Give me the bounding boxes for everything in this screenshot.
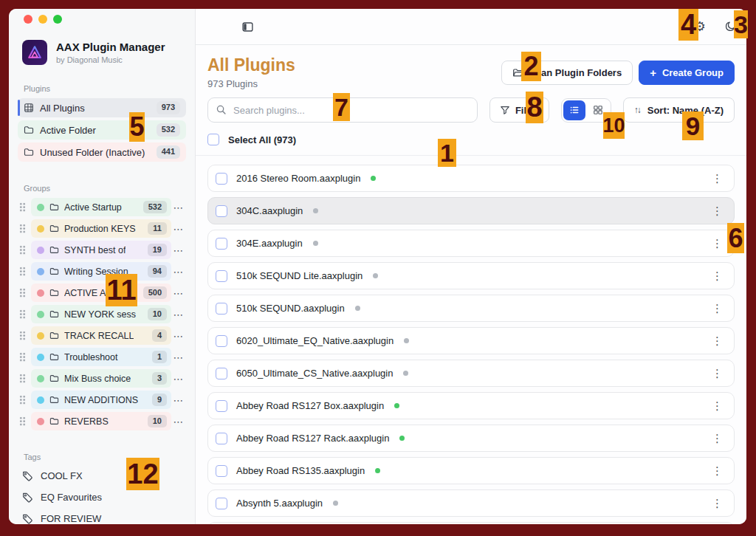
group-row-active-alter[interactable]: ACTIVE Alter 500 ⋯ (18, 284, 186, 302)
tag-item-eq-favourites[interactable]: EQ Favourites (22, 488, 186, 506)
plugin-row[interactable]: Absynth 5.aaxplugin ⋮ (207, 489, 735, 517)
plugin-row[interactable]: 2016 Stereo Room.aaxplugin ⋮ (207, 165, 735, 192)
kebab-menu-icon[interactable]: ⋮ (709, 335, 725, 346)
folder-icon (24, 125, 34, 135)
plugin-row[interactable]: 6050_Ultimate_CS_Native.aaxplugin ⋮ (207, 360, 735, 387)
more-options-icon[interactable]: ⋯ (171, 266, 186, 278)
tag-item-for-review[interactable]: FOR REVIEW (22, 509, 186, 524)
drag-handle-icon[interactable] (19, 245, 26, 255)
more-options-icon[interactable]: ⋯ (171, 309, 186, 320)
select-all-row: Select All (973) (196, 134, 746, 156)
sidebar-toggle-icon[interactable] (241, 21, 254, 33)
plugin-row[interactable]: 510k SEQUND.aaxplugin ⋮ (207, 295, 735, 322)
kebab-menu-icon[interactable]: ⋮ (709, 205, 725, 216)
drag-handle-icon[interactable] (19, 267, 26, 276)
row-checkbox[interactable] (216, 303, 227, 315)
row-checkbox[interactable] (216, 270, 227, 282)
plugin-row[interactable]: 510k SEQUND Lite.aaxplugin ⋮ (207, 262, 735, 289)
create-group-button[interactable]: + Create Group (639, 61, 735, 85)
group-row-production-keys[interactable]: Production KEYS 11 ⋯ (18, 219, 186, 238)
row-checkbox[interactable] (216, 335, 227, 347)
zoom-button[interactable] (53, 15, 62, 24)
sidebar-item-unused-folder[interactable]: Unused Folder (Inactive) 441 (18, 142, 186, 162)
close-button[interactable] (24, 15, 32, 24)
tag-item-cool-fx[interactable]: COOL FX (22, 467, 186, 484)
page-subtitle: 973 Plugins (207, 78, 295, 89)
plugin-row[interactable]: Acid V.aaxplugin ⋮ (207, 522, 735, 524)
plugin-row[interactable]: 6020_Ultimate_EQ_Native.aaxplugin ⋮ (207, 327, 735, 354)
list-view-button[interactable] (563, 100, 585, 120)
drag-handle-icon[interactable] (19, 202, 26, 212)
more-options-icon[interactable]: ⋯ (171, 351, 186, 363)
drag-handle-icon[interactable] (19, 352, 26, 362)
more-options-icon[interactable]: ⋯ (171, 223, 186, 235)
row-checkbox[interactable] (216, 400, 227, 412)
row-checkbox[interactable] (216, 368, 227, 379)
tag-icon (22, 492, 33, 503)
select-all-checkbox[interactable] (207, 134, 219, 145)
kebab-menu-icon[interactable]: ⋮ (709, 433, 725, 444)
more-options-icon[interactable]: ⋯ (171, 394, 186, 406)
more-options-icon[interactable]: ⋯ (171, 330, 186, 342)
kebab-menu-icon[interactable]: ⋮ (709, 173, 725, 184)
kebab-menu-icon[interactable]: ⋮ (709, 400, 725, 411)
plugin-row[interactable]: 304C.aaxplugin ⋮ (207, 197, 735, 224)
section-label-plugins: Plugins (24, 84, 186, 93)
more-options-icon[interactable]: ⋯ (171, 373, 186, 385)
minimize-button[interactable] (38, 15, 47, 24)
main-content: ⚙ All Plugins 973 Plugins Scan Plugin Fo… (196, 9, 746, 524)
annotation-badge-7: 7 (333, 93, 350, 121)
plugin-row[interactable]: Abbey Road RS127 Rack.aaxplugin ⋮ (207, 425, 735, 452)
annotation-badge-11: 11 (106, 274, 137, 306)
row-checkbox[interactable] (216, 205, 227, 217)
plugin-row[interactable]: Abbey Road RS135.aaxplugin ⋮ (207, 457, 735, 484)
folder-icon (49, 374, 59, 383)
more-options-icon[interactable]: ⋯ (171, 244, 186, 256)
sidebar-item-all-plugins[interactable]: All Plugins 973 (18, 98, 186, 117)
drag-handle-icon[interactable] (19, 374, 26, 383)
row-checkbox[interactable] (216, 238, 227, 250)
folder-icon (49, 288, 59, 298)
tag-label: EQ Favourites (41, 492, 102, 503)
annotation-badge-4: 4 (678, 9, 698, 41)
group-row-new-additions[interactable]: NEW ADDITIONS 9 ⋯ (18, 391, 186, 409)
folder-icon (49, 309, 59, 319)
more-options-icon[interactable]: ⋯ (171, 416, 186, 427)
drag-handle-icon[interactable] (19, 331, 26, 340)
row-checkbox[interactable] (216, 498, 227, 509)
kebab-menu-icon[interactable]: ⋮ (709, 270, 725, 281)
row-checkbox[interactable] (216, 465, 227, 477)
group-row-synth-best-of[interactable]: SYNTH best of 19 ⋯ (18, 241, 186, 259)
drag-handle-icon[interactable] (19, 288, 26, 298)
drag-handle-icon[interactable] (19, 395, 26, 405)
kebab-menu-icon[interactable]: ⋮ (709, 498, 725, 509)
group-row-mix-buss-choice[interactable]: Mix Buss choice 3 ⋯ (18, 369, 186, 388)
group-row-reverbs[interactable]: REVERBS 10 ⋯ (18, 412, 186, 430)
drag-handle-icon[interactable] (19, 309, 26, 319)
group-row-new-york-sess[interactable]: NEW YORK sess 10 ⋯ (18, 305, 186, 323)
kebab-menu-icon[interactable]: ⋮ (709, 368, 725, 379)
kebab-menu-icon[interactable]: ⋮ (709, 238, 725, 249)
kebab-menu-icon[interactable]: ⋮ (709, 465, 725, 476)
app-header: AAX Plugin Manager by Diagonal Music (22, 40, 186, 65)
more-options-icon[interactable]: ⋯ (171, 202, 186, 213)
row-checkbox[interactable] (216, 433, 227, 444)
folder-icon (49, 395, 59, 405)
tag-label: COOL FX (41, 470, 83, 481)
group-row-writing-session[interactable]: Writing Session 94 ⋯ (18, 262, 186, 281)
annotation-badge-12: 12 (126, 458, 159, 490)
row-checkbox[interactable] (216, 173, 227, 185)
sidebar-item-active-folder[interactable]: Active Folder 532 (18, 120, 186, 140)
group-row-troubleshoot[interactable]: Troubleshoot 1 ⋯ (18, 348, 186, 366)
folder-icon (49, 267, 59, 276)
drag-handle-icon[interactable] (19, 416, 26, 426)
sort-button[interactable]: ↑↓ Sort: Name (A-Z) (623, 97, 735, 123)
plugin-row[interactable]: Abbey Road RS127 Box.aaxplugin ⋮ (207, 392, 735, 419)
more-options-icon[interactable]: ⋯ (171, 287, 186, 299)
kebab-menu-icon[interactable]: ⋮ (709, 303, 725, 314)
drag-handle-icon[interactable] (19, 224, 26, 233)
group-row-track-recall[interactable]: TRACK RECALL 4 ⋯ (18, 326, 186, 345)
status-dot (313, 241, 318, 246)
group-row-active-startup[interactable]: Active Startup 532 ⋯ (18, 198, 186, 216)
plugin-row[interactable]: 304E.aaxplugin ⋮ (207, 230, 735, 257)
